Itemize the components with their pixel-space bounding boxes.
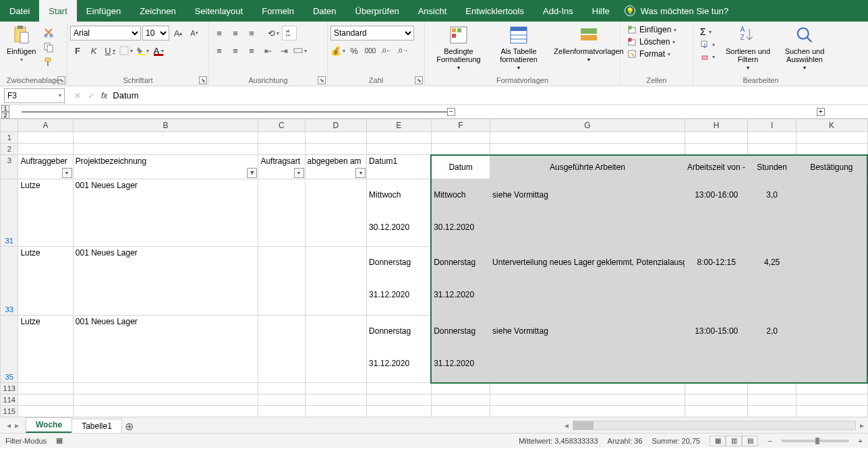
cell[interactable]: 3,0 — [748, 179, 796, 247]
cell[interactable]: abgegeben am — [305, 155, 367, 179]
wrap-text-icon[interactable]: abc↵ — [282, 26, 297, 40]
cell[interactable]: 001 Neues Lager — [73, 247, 258, 316]
decrease-indent-icon[interactable]: ⇤ — [260, 43, 275, 58]
outline-level-1[interactable]: 1 — [1, 105, 9, 112]
tab-hilfe[interactable]: Hilfe — [583, 0, 619, 22]
cell[interactable] — [796, 316, 867, 383]
format-cells-button[interactable]: Format▾ — [625, 49, 679, 59]
sheet-tab-tabelle1[interactable]: Tabelle1 — [71, 419, 122, 433]
row-header[interactable]: 35 — [1, 316, 18, 383]
sheet-nav-next-icon[interactable]: ▸ — [15, 421, 19, 430]
cell[interactable]: Datum1 — [367, 155, 432, 179]
view-page-layout-icon[interactable]: ▥ — [726, 436, 742, 446]
worksheet-grid[interactable]: A B C D E F G H I K 1 2 3 Auftraggeber P… — [0, 119, 868, 417]
col-header-E[interactable]: E — [367, 119, 432, 132]
cell[interactable]: Ausgeführte Arbeiten — [490, 155, 685, 179]
paste-button[interactable]: Einfügen ▾ — [3, 23, 40, 64]
tab-ueberpruefen[interactable]: Überprüfen — [346, 0, 409, 22]
cell[interactable]: Donnerstag31.12.2020 — [431, 316, 490, 383]
percent-icon[interactable]: % — [347, 43, 361, 58]
cell[interactable]: 2,0 — [748, 316, 796, 383]
delete-cells-button[interactable]: Löschen▾ — [625, 36, 679, 47]
cell[interactable] — [305, 179, 367, 247]
clear-button[interactable]: ▾ — [697, 51, 718, 62]
merge-button[interactable] — [293, 43, 308, 58]
cell[interactable]: Donnerstag31.12.2020 — [431, 247, 490, 316]
underline-button[interactable]: U — [103, 43, 117, 58]
increase-indent-icon[interactable]: ⇥ — [277, 43, 291, 58]
col-header-K[interactable]: K — [796, 119, 867, 132]
row-header[interactable]: 114 — [1, 394, 18, 406]
font-size-select[interactable]: 10 — [142, 26, 169, 40]
thousands-icon[interactable]: 000 — [363, 43, 378, 58]
cell[interactable]: 001 Neues Lager — [73, 316, 258, 383]
align-right-icon[interactable]: ≡ — [244, 43, 259, 58]
tab-daten[interactable]: Daten — [303, 0, 346, 22]
cell[interactable] — [796, 179, 867, 247]
cell[interactable]: Auftraggeber — [18, 155, 73, 179]
sheet-tab-woche[interactable]: Woche — [26, 417, 72, 433]
alignment-dialog-launcher[interactable]: ⬊ — [318, 76, 326, 84]
view-page-break-icon[interactable]: ▤ — [742, 436, 758, 446]
cell[interactable]: Donnerstag31.12.2020 — [367, 316, 432, 383]
tab-zeichnen[interactable]: Zeichnen — [130, 0, 185, 22]
tell-me-input[interactable]: Was möchten Sie tun? — [641, 6, 728, 16]
decrease-font-icon[interactable]: A▾ — [187, 26, 202, 40]
col-header-C[interactable]: C — [258, 119, 305, 132]
conditional-formatting-button[interactable]: Bedingte Formatierung▾ — [428, 23, 490, 72]
sheet-nav-prev-icon[interactable]: ◂ — [7, 421, 11, 430]
cell[interactable]: Mittwoch30.12.2020 — [431, 179, 490, 247]
tab-addins[interactable]: Add-Ins — [533, 0, 583, 22]
cell[interactable]: Stunden — [748, 155, 796, 179]
cell[interactable]: 4,25 — [748, 247, 796, 316]
cell[interactable]: Arbeitszeit von - bis — [685, 155, 748, 179]
fill-button[interactable]: ▾ — [697, 39, 718, 50]
cell[interactable]: siehe Vormittag — [490, 179, 685, 247]
cell[interactable]: Auftragsart — [258, 155, 305, 179]
cell[interactable] — [305, 247, 367, 316]
fill-color-button[interactable] — [135, 43, 150, 58]
italic-button[interactable]: K — [86, 43, 101, 58]
row-header[interactable]: 1 — [1, 132, 18, 144]
cell[interactable]: Projektbezeichnung — [73, 155, 258, 179]
cancel-formula-icon[interactable]: ✕ — [74, 91, 81, 100]
cell[interactable] — [258, 316, 305, 383]
row-header[interactable]: 2 — [1, 144, 18, 155]
filter-button[interactable] — [62, 168, 72, 178]
number-format-select[interactable]: Standard — [330, 26, 414, 40]
row-header[interactable]: 113 — [1, 383, 18, 394]
view-normal-icon[interactable]: ▦ — [710, 436, 726, 446]
row-header[interactable]: 3 — [1, 155, 18, 179]
active-cell[interactable]: Datum — [431, 155, 490, 179]
tab-einfuegen[interactable]: Einfügen — [77, 0, 130, 22]
name-box[interactable]: F3▾ — [4, 88, 65, 103]
align-center-icon[interactable]: ≡ — [228, 43, 243, 58]
align-bottom-icon[interactable]: ≡ — [244, 26, 259, 40]
tab-entwicklertools[interactable]: Entwicklertools — [456, 0, 533, 22]
cell[interactable] — [258, 247, 305, 316]
align-middle-icon[interactable]: ≡ — [228, 26, 243, 40]
zoom-in-icon[interactable]: + — [859, 437, 863, 445]
col-header-I[interactable]: I — [748, 119, 796, 132]
horizontal-scrollbar[interactable] — [573, 421, 856, 430]
hscroll-left-icon[interactable]: ◂ — [565, 421, 569, 430]
cell[interactable]: 13:00-16:00 — [685, 179, 748, 247]
increase-decimal-icon[interactable]: ,0← — [379, 43, 394, 58]
font-dialog-launcher[interactable]: ⬊ — [199, 76, 207, 84]
row-header[interactable]: 115 — [1, 406, 18, 417]
filter-button[interactable] — [355, 168, 366, 178]
add-sheet-button[interactable]: ⊕ — [121, 420, 138, 433]
cell[interactable] — [305, 316, 367, 383]
cut-button[interactable] — [41, 26, 56, 39]
outline-collapse-icon[interactable]: − — [447, 108, 455, 116]
cell[interactable]: 8:00-12:15 — [685, 247, 748, 316]
cell[interactable]: 13:00-15:00 — [685, 316, 748, 383]
hscroll-right-icon[interactable]: ▸ — [860, 421, 864, 430]
select-all-corner[interactable] — [1, 119, 18, 132]
zoom-out-icon[interactable]: − — [768, 437, 772, 445]
number-dialog-launcher[interactable]: ⬊ — [415, 76, 423, 84]
macro-record-icon[interactable]: ▦ — [56, 436, 63, 445]
decrease-decimal-icon[interactable]: ,0→ — [395, 43, 410, 58]
col-header-G[interactable]: G — [490, 119, 685, 132]
cell[interactable] — [796, 247, 867, 316]
